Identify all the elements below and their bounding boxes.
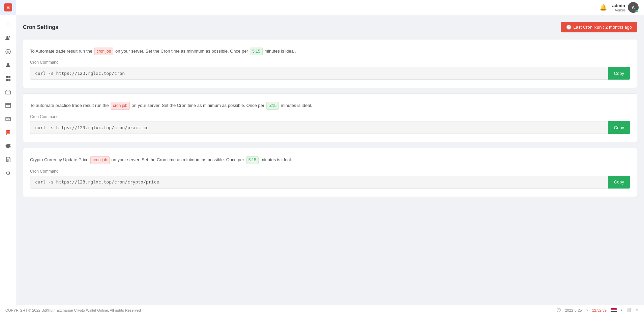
svg-point-4 — [7, 63, 9, 65]
time-tag-1: 5:15 — [250, 48, 262, 55]
sidebar-item-mail[interactable] — [1, 113, 15, 125]
cron-tag-1: cron job — [94, 48, 114, 55]
avatar[interactable]: A — [628, 2, 639, 13]
logo-container: B — [0, 0, 16, 15]
copy-button-1[interactable]: Copy — [608, 67, 630, 80]
sidebar-item-settings-cog[interactable]: ⚙ — [1, 167, 15, 179]
sidebar-item-box[interactable] — [1, 86, 15, 98]
sidebar-item-settings-gear[interactable] — [1, 140, 15, 152]
cron-command-row-1: Copy — [30, 67, 630, 80]
cron-input-3[interactable] — [30, 176, 608, 189]
copy-button-3[interactable]: Copy — [608, 176, 630, 189]
sidebar-item-document[interactable] — [1, 153, 15, 166]
time-tag-2: 5:15 — [266, 102, 279, 110]
bell-icon[interactable]: 🔔 — [599, 4, 607, 11]
cron-label-3: Cron Command — [30, 169, 630, 174]
cron-card-2: To automate practice trade result run th… — [23, 93, 637, 142]
svg-rect-5 — [6, 76, 8, 78]
svg-rect-13 — [6, 130, 7, 135]
cron-label-1: Cron Command — [30, 60, 630, 65]
card-3-description: Crypto Currency Update Price cron job on… — [30, 156, 630, 164]
user-text: admin Admin — [612, 3, 625, 12]
svg-text:$: $ — [7, 50, 9, 54]
clock-icon: 🕐 — [566, 25, 572, 30]
sidebar-item-finance[interactable]: $ — [1, 46, 15, 58]
cron-command-row-3: Copy — [30, 176, 630, 189]
sidebar-item-grid[interactable] — [1, 73, 15, 85]
header-right: 🔔 admin Admin A — [599, 2, 639, 13]
header: B 🔔 admin Admin A — [0, 0, 644, 15]
cron-label-2: Cron Command — [30, 114, 630, 119]
sidebar-item-flag[interactable] — [1, 126, 15, 139]
sidebar-item-archive[interactable] — [1, 99, 15, 112]
svg-rect-8 — [8, 79, 10, 81]
copy-button-2[interactable]: Copy — [608, 121, 630, 134]
card-1-description: To Automate trade result run the cron jo… — [30, 48, 630, 55]
last-cron-button[interactable]: 🕐 Last Cron Run : 2 months ago — [561, 22, 637, 32]
svg-rect-11 — [5, 104, 11, 105]
time-tag-3: 5:15 — [246, 156, 259, 164]
sidebar-item-home[interactable]: ⌂ — [1, 19, 15, 31]
svg-rect-7 — [6, 79, 8, 81]
main-content: Cron Settings 🕐 Last Cron Run : 2 months… — [16, 15, 644, 305]
sidebar: ⌂ $ ⚙ — [0, 15, 16, 305]
svg-rect-6 — [8, 76, 10, 78]
svg-rect-9 — [6, 91, 10, 94]
cron-card-1: To Automate trade result run the cron jo… — [23, 39, 637, 88]
page-header: Cron Settings 🕐 Last Cron Run : 2 months… — [23, 22, 637, 32]
sidebar-item-profile[interactable] — [1, 59, 15, 71]
cron-card-3: Crypto Currency Update Price cron job on… — [23, 148, 637, 197]
cron-command-row-2: Copy — [30, 121, 630, 134]
svg-point-1 — [8, 36, 10, 37]
page-title: Cron Settings — [23, 24, 58, 30]
logo: B — [4, 3, 12, 11]
card-2-description: To automate practice trade result run th… — [30, 102, 630, 110]
cron-tag-3: cron job — [90, 156, 110, 164]
user-role: Admin — [612, 8, 625, 12]
cron-tag-2: cron job — [111, 102, 130, 110]
online-dot — [636, 10, 638, 12]
user-name: admin — [612, 3, 625, 8]
cron-input-2[interactable] — [30, 121, 608, 134]
cron-input-1[interactable] — [30, 67, 608, 80]
svg-point-0 — [6, 36, 8, 38]
sidebar-item-users[interactable] — [1, 32, 15, 44]
user-info: admin Admin A — [612, 2, 639, 13]
